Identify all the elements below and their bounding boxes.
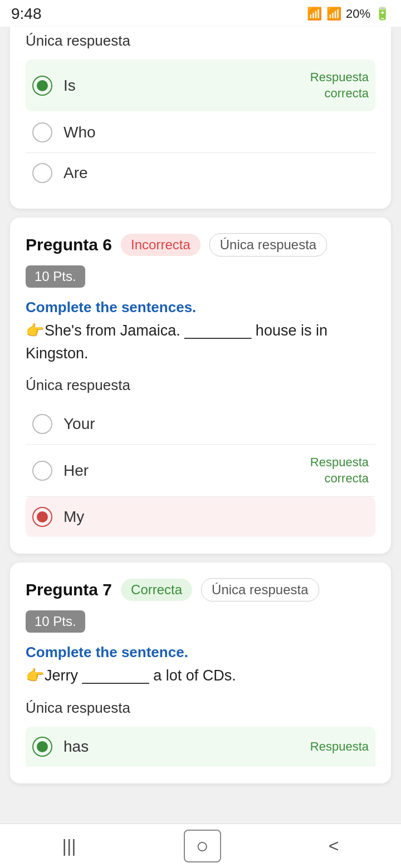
- q7-number: Pregunta 7: [26, 580, 112, 599]
- q6-number: Pregunta 6: [26, 235, 112, 254]
- q7-type-badge: Única respuesta: [201, 578, 319, 601]
- q5-radio-are[interactable]: [32, 163, 52, 183]
- status-icons: 📶 📶 20% 🔋: [307, 7, 390, 21]
- bottom-nav: ||| ○ <: [0, 823, 401, 868]
- q5-option-is[interactable]: Is Respuestacorrecta: [26, 60, 375, 111]
- q7-header: Pregunta 7 Correcta Única respuesta 10 P…: [26, 578, 375, 633]
- time-display: 9:48: [11, 5, 42, 23]
- status-bar: 9:48 📶 📶 20% 🔋: [0, 0, 401, 27]
- q7-question-text: 👉Jerry ________ a lot of CDs.: [26, 664, 375, 687]
- q7-status-badge: Correcta: [121, 579, 192, 601]
- home-button[interactable]: ○: [184, 830, 221, 862]
- q5-option-are[interactable]: Are: [26, 153, 375, 193]
- q5-partial-card: Única respuesta Is Respuestacorrecta Who…: [10, 27, 391, 209]
- q7-pts-badge: 10 Pts.: [26, 610, 85, 633]
- q5-radio-is[interactable]: [32, 76, 52, 96]
- q6-option-your[interactable]: Your: [26, 404, 375, 445]
- q6-instruction: Complete the sentences.: [26, 299, 375, 316]
- q6-option-my[interactable]: My: [26, 497, 375, 537]
- q5-option-are-text: Are: [63, 164, 369, 182]
- q6-option-her-text: Her: [63, 462, 310, 480]
- q7-radio-has[interactable]: [32, 737, 52, 757]
- signal-icon: 📶: [326, 7, 341, 21]
- q6-pts-badge: 10 Pts.: [26, 265, 85, 288]
- q5-section-label: Única respuesta: [26, 32, 375, 50]
- q5-radio-who[interactable]: [32, 122, 52, 142]
- q6-correct-label-her: Respuestacorrecta: [310, 455, 369, 486]
- q6-option-your-text: Your: [63, 415, 369, 433]
- q5-correct-label-is: Respuestacorrecta: [310, 70, 369, 101]
- battery-text: 20%: [346, 7, 370, 21]
- q6-header: Pregunta 6 Incorrecta Única respuesta 10…: [26, 233, 375, 288]
- q5-option-who-text: Who: [63, 124, 369, 141]
- q7-option-has[interactable]: has Respuesta: [26, 727, 375, 767]
- q6-status-badge: Incorrecta: [121, 234, 200, 256]
- q6-radio-her[interactable]: [32, 461, 52, 481]
- q5-option-who[interactable]: Who: [26, 112, 375, 153]
- q6-type-badge: Única respuesta: [209, 233, 327, 257]
- q6-radio-my[interactable]: [32, 507, 52, 527]
- q7-section-label: Única respuesta: [26, 699, 375, 717]
- q6-option-her[interactable]: Her Respuestacorrecta: [26, 445, 375, 497]
- q6-section-label: Única respuesta: [26, 377, 375, 394]
- back-button[interactable]: <: [312, 830, 356, 862]
- q7-correct-label-has: Respuesta: [310, 739, 369, 755]
- recents-button[interactable]: |||: [46, 830, 93, 862]
- q6-radio-your[interactable]: [32, 414, 52, 434]
- q7-instruction: Complete the sentence.: [26, 644, 375, 661]
- wifi-icon: 📶: [307, 7, 322, 21]
- q7-card: Pregunta 7 Correcta Única respuesta 10 P…: [10, 563, 391, 783]
- q5-option-is-text: Is: [63, 77, 310, 95]
- q6-option-my-text: My: [63, 508, 369, 526]
- q6-question-text: 👉She's from Jamaica. ________ house is i…: [26, 319, 375, 364]
- battery-icon: 🔋: [375, 7, 390, 21]
- q7-option-has-text: has: [63, 738, 310, 756]
- q6-card: Pregunta 6 Incorrecta Única respuesta 10…: [10, 218, 391, 554]
